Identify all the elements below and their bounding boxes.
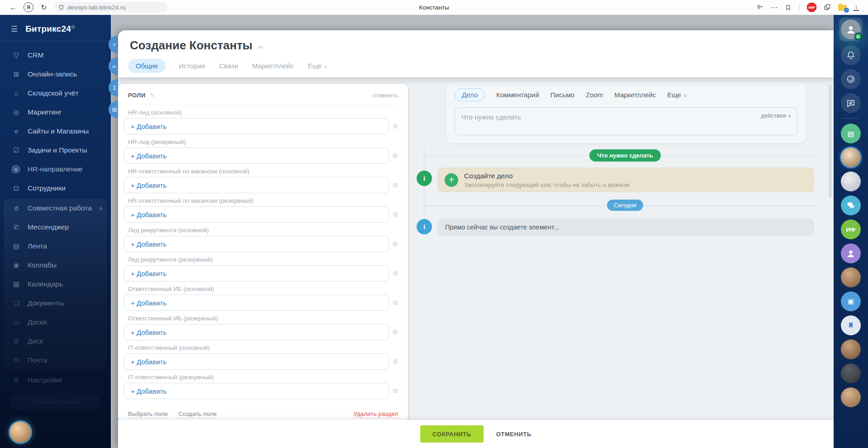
add-user-button[interactable]: + Добавить bbox=[124, 177, 389, 193]
field-settings-icon[interactable]: ⚙ bbox=[392, 270, 398, 277]
tab-marketplace[interactable]: Маркетплейс bbox=[614, 91, 656, 99]
sidebar-item-mail[interactable]: ✉ Почта bbox=[4, 351, 107, 370]
sidebar-item-collabs[interactable]: ◉ Коллабы bbox=[4, 256, 107, 275]
save-button[interactable]: СОХРАНИТЬ bbox=[420, 425, 484, 443]
field-settings-icon[interactable]: ⚙ bbox=[392, 299, 398, 306]
field-settings-icon[interactable]: ⚙ bbox=[392, 387, 398, 395]
todo-badge: Что нужно сделать bbox=[589, 149, 660, 162]
active-chat-avatar[interactable] bbox=[841, 148, 861, 167]
drive-icon: ⊜ bbox=[11, 337, 21, 345]
hamburger-menu-icon[interactable]: ☰ bbox=[11, 24, 18, 34]
field-settings-icon[interactable]: ⚙ bbox=[392, 181, 398, 189]
field-settings-icon[interactable]: ⚙ bbox=[392, 123, 398, 130]
contact-avatar[interactable] bbox=[841, 243, 861, 263]
sidebar-item-online-booking[interactable]: ⊞ Онлайн-запись bbox=[4, 65, 107, 84]
sidebar-item-boards[interactable]: ▭ Доски bbox=[4, 313, 107, 332]
bookmark-icon bbox=[847, 321, 855, 329]
add-user-button[interactable]: + Добавить bbox=[124, 295, 389, 311]
edit-section-icon[interactable]: ✎ bbox=[150, 92, 155, 99]
browser-menu-icon[interactable]: ⋯ bbox=[771, 0, 778, 15]
tab-marketplace[interactable]: Маркетплейс bbox=[251, 59, 295, 73]
add-user-button[interactable]: + Добавить bbox=[124, 206, 389, 223]
tab-email[interactable]: Письмо bbox=[550, 91, 574, 99]
add-user-button[interactable]: + Добавить bbox=[124, 265, 389, 281]
add-user-button[interactable]: + Добавить bbox=[124, 383, 389, 399]
link-icon[interactable]: ∞ bbox=[258, 43, 263, 51]
contact-avatar[interactable] bbox=[841, 267, 861, 287]
activity-input[interactable]: Что нужно сделать действия ∨ bbox=[455, 107, 797, 135]
cancel-section-link[interactable]: отменить bbox=[373, 92, 398, 99]
news-channel-avatar[interactable]: ▤ bbox=[841, 124, 861, 143]
contact-avatar[interactable] bbox=[841, 387, 861, 407]
role-field: HR-ответственный по вакансии (резервный)… bbox=[128, 197, 398, 223]
tab-more[interactable]: Еще∨ bbox=[667, 91, 687, 99]
tab-activity[interactable]: Дело bbox=[455, 88, 485, 101]
bookmark-icon[interactable] bbox=[785, 4, 792, 11]
sidebar-item-settings[interactable]: ⚙ Настройки bbox=[4, 371, 107, 390]
sidebar-item-sites-stores[interactable]: ¤ Сайты и Магазины bbox=[4, 122, 107, 141]
sidebar-item-crm[interactable]: ▽ CRM bbox=[4, 46, 107, 65]
add-user-button[interactable]: + Добавить bbox=[124, 118, 389, 134]
tab-history[interactable]: История bbox=[178, 59, 206, 73]
sidebar-item-hr[interactable]: н HR-направление bbox=[4, 160, 107, 179]
passwords-icon[interactable] bbox=[756, 4, 764, 11]
tab-zoom[interactable]: Zoom bbox=[586, 91, 603, 99]
field-settings-icon[interactable]: ⚙ bbox=[392, 358, 398, 365]
copy-link-icon[interactable]: ∞ bbox=[109, 57, 118, 75]
collections-extension-icon[interactable]: ✓ bbox=[838, 5, 847, 11]
delete-section-link[interactable]: Удалить раздел bbox=[353, 410, 398, 418]
bitrix-logo[interactable]: Битрикс24⊙ bbox=[25, 24, 75, 34]
app-channel-avatar[interactable]: ▣ bbox=[841, 291, 861, 311]
tab-comment[interactable]: Комментарий bbox=[496, 91, 539, 99]
sidebar-item-drive[interactable]: ⊜ Диск bbox=[4, 332, 107, 351]
sidebar-item-messenger[interactable]: ✆ Мессенджер bbox=[4, 218, 107, 237]
add-activity-button[interactable]: + bbox=[445, 173, 458, 187]
initials-avatar[interactable]: ИФ bbox=[841, 219, 861, 239]
sidebar-item-collaboration[interactable]: ☌ Совместная работа ∧ bbox=[4, 199, 107, 218]
add-user-button[interactable]: + Добавить bbox=[124, 353, 389, 370]
notifications-bell-icon[interactable] bbox=[841, 45, 861, 65]
sidebar-item-employees[interactable]: ⊡ Сотрудники bbox=[4, 179, 107, 198]
sidebar-item-warehouse[interactable]: ⌂ Складской учёт bbox=[4, 84, 107, 103]
tab-links[interactable]: Связи bbox=[218, 59, 239, 73]
extension-icon[interactable] bbox=[823, 3, 831, 11]
field-settings-icon[interactable]: ⚙ bbox=[392, 240, 398, 248]
chat-avatar[interactable] bbox=[841, 172, 861, 191]
tab-general[interactable]: Общие bbox=[128, 59, 166, 73]
scrollbar[interactable] bbox=[829, 85, 832, 198]
field-settings-icon[interactable]: ⚙ bbox=[392, 211, 398, 218]
add-user-button[interactable]: + Добавить bbox=[124, 236, 389, 252]
chat-transfer-icon[interactable] bbox=[841, 93, 861, 113]
upgrade-plan-button[interactable]: Расширить тариф bbox=[10, 393, 101, 410]
profile-avatar[interactable]: ▶ bbox=[841, 19, 861, 39]
folder-check-badge: ✓ bbox=[844, 8, 849, 13]
cancel-button[interactable]: ОТМЕНИТЬ bbox=[496, 431, 531, 438]
tab-more[interactable]: Еще∨ bbox=[307, 59, 328, 73]
field-settings-icon[interactable]: ⚙ bbox=[392, 152, 398, 159]
select-field-link[interactable]: Выбрать поле bbox=[128, 410, 168, 418]
contact-avatar[interactable] bbox=[841, 363, 861, 383]
downloads-icon[interactable]: ↓ bbox=[854, 4, 859, 11]
minimize-icon[interactable]: ↧ bbox=[109, 79, 118, 96]
sidebar-item-feed[interactable]: ▤ Лента bbox=[4, 237, 107, 256]
saved-messages-avatar[interactable] bbox=[841, 315, 861, 335]
sidebar-item-marketing[interactable]: ◎ Маркетинг bbox=[4, 103, 107, 122]
adblock-extension-icon[interactable]: ABP bbox=[807, 3, 816, 12]
contact-avatar[interactable] bbox=[841, 339, 861, 359]
field-settings-icon[interactable]: ⚙ bbox=[392, 329, 398, 336]
assistant-avatar[interactable] bbox=[10, 422, 31, 443]
role-field: Лид рекрутмента (основной) + Добавить ⚙ bbox=[128, 227, 398, 252]
sidebar-item-tasks-projects[interactable]: ☑ Задачи и Проекты bbox=[4, 141, 107, 160]
slider-title: Создание Константы bbox=[130, 38, 252, 52]
open-new-window-icon[interactable]: ⊞ bbox=[109, 101, 118, 118]
actions-dropdown[interactable]: действия ∨ bbox=[761, 112, 791, 119]
add-user-button[interactable]: + Добавить bbox=[124, 324, 389, 340]
sidebar-item-documents[interactable]: ❏ Документы bbox=[4, 294, 107, 313]
slider-header: Создание Константы ∞ Общие История Связи… bbox=[118, 30, 834, 77]
copilot-icon[interactable] bbox=[841, 69, 861, 89]
create-field-link[interactable]: Создать поле bbox=[178, 410, 217, 418]
close-icon[interactable]: × bbox=[109, 36, 118, 53]
sidebar-item-calendar[interactable]: ▦ Календарь bbox=[4, 275, 107, 294]
add-user-button[interactable]: + Добавить bbox=[124, 148, 389, 164]
group-chat-avatar[interactable] bbox=[841, 195, 861, 215]
